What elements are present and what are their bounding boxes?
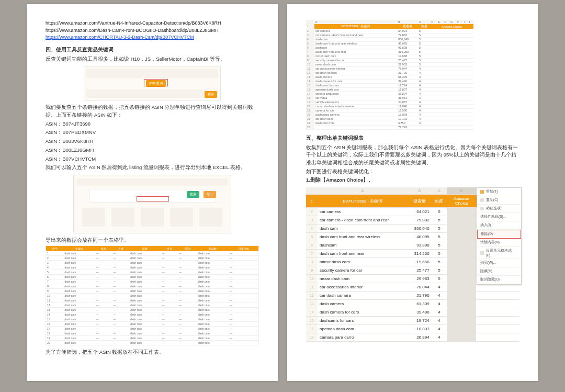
url-line-2: https://www.amazon.com/Dash-Cam-Front-BO… — [46, 27, 259, 35]
table-row: 13dash cam——dash cam——dash cam— — [46, 307, 259, 312]
table-row: 15dashcams for cars19,7244 — [306, 83, 473, 87]
menu-unhide[interactable]: 取消隐藏(U) — [477, 276, 521, 284]
table-row: 9security camera for car25,4775 — [306, 58, 473, 62]
table-row: 16apeman dash cam18,8074 — [306, 87, 473, 92]
table-row: 5dash cam——dash cam——dash cam— — [46, 270, 259, 274]
table-row: 5dash cam front and rear wireless46,0955 — [306, 41, 473, 46]
section5-body1: 收集到五个 ASIN 关键词报表，那么我们每个 ASIN 表格进行优化。因为每个… — [306, 144, 519, 167]
section5-title: 五、整理出单关键词报表 — [306, 135, 519, 142]
table-row: 7dash cam——dash cam——dash cam— — [46, 279, 259, 284]
url-line-3-hyperlink[interactable]: https://www.amazon.com/CHORTAU-3-2-Dash-… — [46, 34, 259, 41]
table-row: 4dash cam860,0405 — [306, 37, 473, 41]
table-row: 12car dash camera21,7904 — [306, 71, 473, 75]
menu-clear[interactable]: 清除内容(N) — [477, 239, 521, 247]
excel-context-menu[interactable]: 剪切(T) 复制(C) 粘贴选项: 选择性粘贴(S)… 插入(I) 删除(D) … — [477, 187, 522, 285]
table-row: 13dash camera61,3094 — [306, 75, 473, 79]
menu-cut[interactable]: 剪切(T) — [477, 188, 521, 196]
copy-icon — [480, 198, 484, 202]
table-row: 1dash cam——dash cam——dash cam— — [46, 251, 259, 256]
asin-4: ASIN：B08LZJ8GMH — [46, 147, 259, 154]
asin-1: ASIN：B074JT3698 — [46, 120, 259, 128]
paste-icon — [480, 207, 484, 210]
table-row: 18car video31,9514 — [306, 96, 473, 100]
table-row: 16dash cam——dash cam——dash cam— — [46, 321, 259, 326]
asin-5: ASIN：B07VCHVTCM — [46, 155, 259, 163]
table-row: 20car on dash mounted cameras19,0484 — [306, 104, 473, 108]
document-page-left: https://www.amazon.com/Vantrue-N4-Infrar… — [27, 4, 278, 381]
tool-screenshot-1: ASIN查询 搜索 — [84, 66, 221, 100]
menu-paste-special[interactable]: 选择性粘贴(S)… — [477, 213, 521, 221]
format-icon — [480, 251, 484, 255]
table-row: 15dashcams for cars19,7244 — [306, 317, 519, 325]
table-row: 16apeman dash cam18,8074 — [306, 325, 519, 333]
table-row: 11car accessories interior78,0444 — [306, 66, 473, 71]
menu-delete[interactable]: 删除(D) — [477, 230, 521, 239]
table-row: 17camara para carro26,8944 — [306, 92, 473, 96]
table-row: 21camera for car18,5804 — [306, 108, 473, 113]
section4-desc: 反查关键词功能的工具很多，比如说 H10，JS，SellerMotor，Capt… — [46, 55, 259, 63]
lookup-note: 我们要反查五个条链接的数据，把五条链接的 ASIN 分别单独进行查询尽可以得到关… — [46, 104, 259, 119]
table-row: 12dash cam——dash cam——dash cam— — [46, 303, 259, 307]
menu-insert[interactable]: 插入(I) — [477, 221, 521, 230]
screenshot-search-btn: 搜索 — [205, 91, 217, 98]
table-row: 3car camera - dash cam front and rear79,… — [306, 33, 473, 37]
table-row: 15dash cam——dash cam——dash cam— — [46, 317, 259, 321]
table-row: 18dash cam——dash cam——dash cam— — [46, 331, 259, 335]
menu-format-cells[interactable]: 设置单元格格式(F)… — [477, 247, 521, 259]
menu-paste-options[interactable]: 粘贴选项: — [477, 205, 521, 213]
section4-title: 四、使用工具反查竞品关键词 — [46, 47, 259, 53]
table-row: 19vehicle electronics24,8874 — [306, 100, 473, 104]
export-spreadsheet: 序号关键词排名 月搜流量排名 ASIN竞品数流量占比 1dash cam——da… — [46, 245, 259, 345]
table-row: 2car camera64,0215 — [306, 29, 473, 33]
table-row: 10nexar dash cam29,9835 — [306, 62, 473, 66]
table-row: 6dashcam93,8985 — [306, 46, 473, 50]
table-row: 4dash cam——dash cam——dash cam— — [46, 265, 259, 270]
table-row: 17camara para carro26,8944 — [306, 333, 519, 342]
table-row: 2dash cam——dash cam——dash cam— — [46, 255, 259, 260]
mini-keyword-table: ABC DEF GHI J 1 B074JT3698 · 关键词搜索量 热度Am… — [306, 20, 473, 130]
url-line-1: https://www.amazon.com/Vantrue-N4-Infrar… — [46, 20, 259, 27]
table-row: 7dash cam front and rear314,2605 — [306, 50, 473, 54]
export-note: 导出来的数据会放在同一个表格里。 — [46, 237, 259, 244]
tool-screenshot-2: 导出 搜索 — [73, 175, 231, 233]
table-row: 24dash cam front6,3504 — [306, 121, 473, 125]
split-note: 为了方便筛选，把五个 ASIN 数据放在不同工作表。 — [46, 349, 259, 356]
section5-step1: 1.删除【Amazon Choice】。 — [306, 176, 519, 184]
asin-2: ASIN：B07PSDXMNV — [46, 129, 259, 137]
table-row: 20dash cam——dash cam——dash cam— — [46, 340, 259, 345]
table-row: 6dash cam——dash cam——dash cam— — [46, 274, 259, 279]
document-page-right: ABC DEF GHI J 1 B074JT3698 · 关键词搜索量 热度Am… — [287, 4, 538, 381]
table-row: 22dashboard camera13,0784 — [306, 113, 473, 117]
table-row: 17dash cam——dash cam——dash cam— — [46, 326, 259, 331]
table-row: 19dash cam——dash cam——dash cam— — [46, 335, 259, 340]
input-note: 我们可以输入五个 ASIN 然后得到此 listing 流量词报表，进行导出到本… — [46, 164, 259, 172]
table-row: 14dash camera for cars39,4964 — [306, 79, 473, 83]
section5-body2: 如下图进行表格关键词优化： — [306, 168, 519, 176]
table-row: 2577,742 — [306, 125, 473, 129]
menu-copy[interactable]: 复制(C) — [477, 196, 521, 205]
asin-3: ASIN：B083V6K8RH — [46, 138, 259, 145]
table-row: 9dash cam——dash cam——dash cam— — [46, 288, 259, 293]
table-row: 12car dash camera21,7904 — [306, 292, 519, 300]
table-row: 3dash cam——dash cam——dash cam— — [46, 260, 259, 265]
menu-hide[interactable]: 隐藏(H) — [477, 267, 521, 276]
cut-icon — [480, 190, 484, 194]
table-row: 13dash camera61,3094 — [306, 300, 519, 308]
table-row: 11dash cam——dash cam——dash cam— — [46, 298, 259, 303]
table-row: 8dash cam——dash cam——dash cam— — [46, 284, 259, 288]
table-row: 8mirror dash cam19,6685 — [306, 54, 473, 58]
table-row: 14dash cam——dash cam——dash cam— — [46, 312, 259, 317]
table-row: 14dash camera for cars39,4964 — [306, 308, 519, 317]
menu-col-width[interactable]: 列宽(W)… — [477, 259, 521, 267]
table-row: 10dash cam——dash cam——dash cam— — [46, 293, 259, 298]
table-row: 23car dash cam17,1014 — [306, 117, 473, 121]
